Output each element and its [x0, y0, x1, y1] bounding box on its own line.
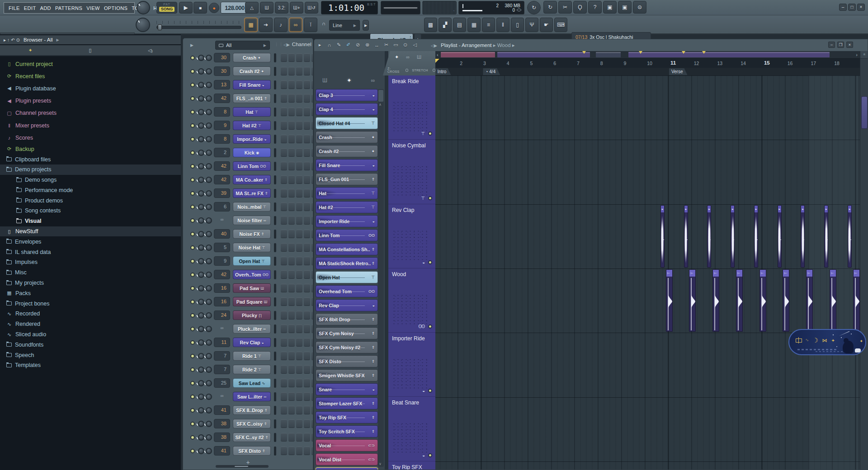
- mixer-track-badge[interactable]: 7: [214, 351, 230, 361]
- channel-volume-knob[interactable]: [206, 312, 212, 319]
- mixer-track-badge[interactable]: 30: [214, 66, 230, 76]
- channel-volume-knob[interactable]: [206, 326, 212, 332]
- channel-button[interactable]: Noise FX ⇑: [233, 229, 271, 239]
- channel-enable-led[interactable]: [190, 395, 195, 399]
- step-cells[interactable]: [281, 67, 313, 75]
- step-edit-button[interactable]: Ш↺: [305, 2, 318, 14]
- playlist-grid[interactable]: ▸▸▸▸▸▸▸▸▸⊢⊢⊢⊢⊢⊢⊢⊢⊢: [435, 75, 860, 470]
- channel-mute-strip[interactable]: [274, 257, 276, 266]
- channel-volume-knob[interactable]: [206, 190, 212, 197]
- audio-clip-rev-clap[interactable]: ▸: [754, 205, 758, 268]
- zoom-tool[interactable]: ⊙: [401, 41, 409, 49]
- browser-tab-speaker-icon[interactable]: ◁): [148, 48, 152, 53]
- menu-item-patterns[interactable]: PATTERNS: [55, 5, 82, 11]
- channel-mute-strip[interactable]: [274, 135, 276, 144]
- channel-pan-knob[interactable]: [198, 244, 204, 251]
- step-cells[interactable]: [281, 311, 313, 320]
- stretch-toggle[interactable]: [433, 69, 435, 72]
- channel-mute-strip[interactable]: [274, 379, 276, 388]
- picker-audio-clip[interactable]: Vocal Dist ⊂⊃: [316, 453, 378, 465]
- audio-clip-wood[interactable]: ⊢: [760, 269, 766, 332]
- audio-clip-wood[interactable]: ⊢: [853, 269, 860, 332]
- mixer-track-badge[interactable]: 38: [214, 432, 230, 442]
- channel-enable-led[interactable]: [190, 367, 195, 372]
- channel-mute-strip[interactable]: [274, 148, 276, 157]
- playlist-close-button[interactable]: ×: [846, 42, 853, 48]
- browser-item-demo-projects[interactable]: Demo projects: [0, 164, 181, 175]
- step-cells[interactable]: [281, 257, 313, 265]
- track-mute-led[interactable]: [428, 260, 432, 264]
- master-pitch-slider[interactable]: [156, 26, 241, 29]
- channel-enable-led[interactable]: [190, 327, 195, 331]
- browser-item-my-projects[interactable]: My projects: [0, 278, 181, 288]
- channel-button[interactable]: Fill Snare ◒: [233, 80, 271, 89]
- mixer-track-badge[interactable]: 42: [214, 270, 230, 279]
- step-cells[interactable]: [281, 379, 313, 387]
- audio-clip-rev-clap[interactable]: ▸: [778, 205, 782, 268]
- channel-enable-led[interactable]: [190, 259, 195, 263]
- help-button[interactable]: ?: [588, 1, 602, 14]
- channel-mute-strip[interactable]: [274, 338, 276, 347]
- channel-button[interactable]: Rev Clap ◒: [233, 338, 271, 347]
- browser-item-backup[interactable]: ⟳Backup: [0, 144, 181, 154]
- spectrum-panel[interactable]: ◔: [422, 1, 457, 14]
- sync-button[interactable]: ↻: [527, 1, 541, 14]
- scroll-down-icon[interactable]: ∨: [379, 462, 382, 466]
- channel-volume-knob[interactable]: [206, 421, 212, 427]
- channel-button[interactable]: Crash #2 ✦: [233, 66, 271, 76]
- mixer-track-badge[interactable]: 9: [214, 121, 230, 130]
- link-controllers-button[interactable]: ∞: [289, 18, 302, 32]
- back-icon[interactable]: ↶: [11, 38, 14, 42]
- channel-enable-led[interactable]: [190, 56, 195, 60]
- audio-clip-rev-clap[interactable]: ▸: [824, 205, 828, 268]
- step-cells[interactable]: [281, 202, 313, 211]
- picker-audio-clip[interactable]: SFX Cym Noisy #2 ⇑: [316, 341, 378, 353]
- countdown-button[interactable]: 3.2:: [275, 2, 288, 14]
- mixer-track-badge[interactable]: 13: [214, 80, 230, 89]
- channel-pan-knob[interactable]: [198, 150, 204, 156]
- nav-right-icon[interactable]: ›: [856, 52, 858, 58]
- marker-intro[interactable]: Intro: [435, 68, 451, 75]
- mixer-track-badge[interactable]: 42: [214, 161, 230, 171]
- channel-mute-strip[interactable]: [274, 270, 276, 279]
- browser-item-plugin-presets[interactable]: ◀Plugin presets: [0, 95, 181, 107]
- browser-tab-snap-icon[interactable]: ✦: [28, 47, 32, 53]
- channel-volume-knob[interactable]: [206, 177, 212, 183]
- audio-clip-rev-clap[interactable]: ▸: [801, 205, 805, 268]
- picker-audio-clip[interactable]: Toy Rip SFX ⇑: [316, 411, 378, 423]
- picker-audio-clip[interactable]: Importer Ride ◒: [316, 215, 378, 227]
- channel-enable-led[interactable]: [190, 354, 195, 358]
- channel-pan-knob[interactable]: [198, 177, 204, 183]
- play-button[interactable]: ▶: [179, 2, 193, 14]
- browser-item-performance-mode[interactable]: Performance mode: [0, 185, 181, 196]
- channel-pan-knob[interactable]: [198, 95, 204, 102]
- picker-audio-clip[interactable]: Stomper Lazer SFX ⇑: [316, 397, 378, 409]
- slice-tool[interactable]: ✂: [382, 41, 390, 49]
- browser-item-song-contests[interactable]: Song contests: [0, 206, 181, 216]
- channel-mute-strip[interactable]: [274, 311, 276, 320]
- picker-audio-clip[interactable]: SFX Cym Noisy ⇑: [316, 327, 378, 339]
- piano-roll-button-button[interactable]: ▦: [467, 18, 481, 32]
- mixer-track-badge[interactable]: 9: [214, 256, 230, 266]
- channel-enable-led[interactable]: [190, 408, 195, 413]
- step-cells[interactable]: [281, 108, 313, 116]
- channel-pan-knob[interactable]: [198, 136, 204, 142]
- step-cells[interactable]: [281, 270, 313, 279]
- save-new-version-button[interactable]: ▣: [618, 1, 632, 14]
- track-header-beat-snare[interactable]: Beat Snare ◒: [388, 397, 435, 461]
- channel-volume-knob[interactable]: [206, 55, 212, 61]
- channel-volume-knob[interactable]: [206, 68, 212, 75]
- audio-clip-rev-clap[interactable]: ▸: [660, 205, 665, 268]
- cpu-memory-panel[interactable]: 2 380 MB 0: [458, 1, 524, 14]
- close-button[interactable]: ×: [857, 4, 865, 11]
- channel-pan-knob[interactable]: [198, 163, 204, 169]
- track-header-break-ride[interactable]: Break Ride ⊤: [388, 75, 435, 140]
- picker-audio-clip[interactable]: Closed Hat #4 ⊤: [316, 117, 378, 129]
- step-cells[interactable]: [281, 324, 313, 333]
- channel-pan-knob[interactable]: [198, 367, 204, 373]
- stop-button[interactable]: ■: [193, 2, 207, 14]
- browser-item-envelopes[interactable]: Envelopes: [0, 236, 181, 247]
- channel-volume-knob[interactable]: [206, 367, 212, 373]
- channel-button[interactable]: Pad Saw Ш: [233, 283, 271, 293]
- channel-mute-strip[interactable]: [274, 216, 276, 225]
